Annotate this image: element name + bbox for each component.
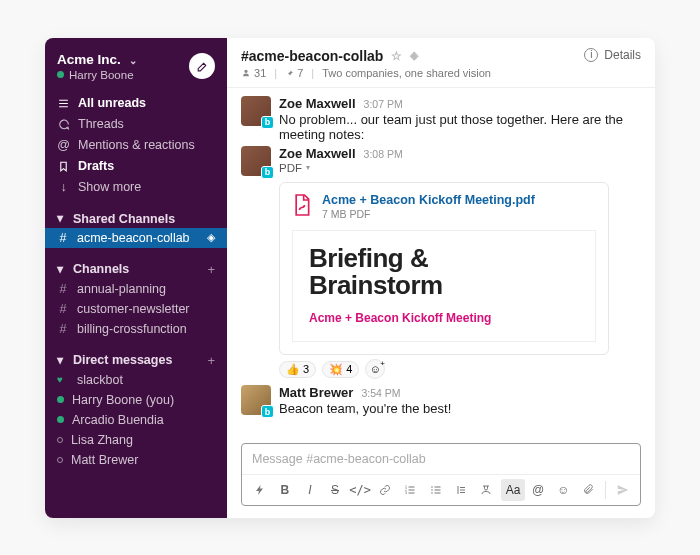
- message-list[interactable]: b Zoe Maxwell 3:07 PM No problem... our …: [227, 88, 655, 443]
- send-icon: [616, 483, 630, 497]
- composer-box: B I S </> 123 Aa @ ☺: [241, 443, 641, 506]
- italic-button[interactable]: I: [298, 479, 321, 501]
- emoji-button[interactable]: ☺: [552, 479, 575, 501]
- at-icon: @: [57, 138, 70, 152]
- arrow-down-icon: ↓: [57, 180, 70, 194]
- bold-icon: B: [280, 483, 289, 497]
- message-author[interactable]: Matt Brewer: [279, 385, 353, 400]
- add-dm-button[interactable]: +: [207, 353, 215, 368]
- sidebar-item-show-more[interactable]: ↓ Show more: [45, 177, 227, 198]
- channel-title[interactable]: #acme-beacon-collab: [241, 48, 383, 64]
- bullet-list-button[interactable]: [424, 479, 447, 501]
- lines-icon: [57, 97, 70, 110]
- send-button[interactable]: [611, 479, 634, 501]
- dm-name: slackbot: [77, 373, 123, 387]
- info-icon: i: [584, 48, 598, 62]
- sidebar-item-drafts[interactable]: Drafts: [45, 156, 227, 177]
- channel-billing-crossfunction[interactable]: #billing-crossfunction: [45, 319, 227, 339]
- blockquote-button[interactable]: [449, 479, 472, 501]
- main-pane: #acme-beacon-collab ☆ ◈ 31 | 7 | Two c: [227, 38, 655, 518]
- aa-icon: Aa: [506, 483, 521, 497]
- avatar[interactable]: b: [241, 146, 271, 176]
- channel-acme-beacon-collab[interactable]: # acme-beacon-collab ◈: [45, 228, 227, 248]
- section-direct-messages[interactable]: ▶Direct messages +: [45, 349, 227, 370]
- org-badge-icon: b: [261, 405, 274, 418]
- reaction-count: 4: [346, 363, 352, 375]
- sidebar-item-threads[interactable]: Threads: [45, 114, 227, 135]
- section-shared-channels[interactable]: ▶Shared Channels: [45, 208, 227, 228]
- heart-icon: ♥: [57, 374, 69, 385]
- strike-icon: S: [331, 483, 339, 497]
- channel-topic[interactable]: Two companies, one shared vision: [322, 67, 491, 79]
- message-author[interactable]: Zoe Maxwell: [279, 146, 356, 161]
- hash-icon: #: [57, 231, 69, 245]
- members-count[interactable]: 31: [241, 67, 266, 79]
- dm-harry-boone[interactable]: Harry Boone (you): [45, 390, 227, 410]
- code-block-button[interactable]: [474, 479, 497, 501]
- pin-icon: [285, 69, 294, 78]
- org-badge-icon: b: [261, 116, 274, 129]
- formatting-toggle[interactable]: Aa: [501, 479, 524, 501]
- reaction[interactable]: 💥4: [322, 361, 359, 378]
- mention-button[interactable]: @: [527, 479, 550, 501]
- workspace-name: Acme Inc. ⌄: [57, 52, 137, 67]
- message-time: 3:08 PM: [364, 148, 403, 160]
- channel-annual-planning[interactable]: #annual-planning: [45, 279, 227, 299]
- composer-toolbar: B I S </> 123 Aa @ ☺: [242, 474, 640, 505]
- code-block-icon: [480, 484, 492, 496]
- reaction[interactable]: 👍3: [279, 361, 316, 378]
- section-label: Channels: [73, 262, 129, 276]
- star-icon[interactable]: ☆: [391, 49, 402, 63]
- add-channel-button[interactable]: +: [207, 262, 215, 277]
- link-button[interactable]: [374, 479, 397, 501]
- presence-away-icon: [57, 457, 63, 463]
- section-channels[interactable]: ▶Channels +: [45, 258, 227, 279]
- workspace-header[interactable]: Acme Inc. ⌄ Harry Boone: [45, 48, 227, 89]
- avatar[interactable]: b: [241, 385, 271, 415]
- presence-active-icon: [57, 416, 64, 423]
- attach-button[interactable]: [577, 479, 600, 501]
- file-meta: 7 MB PDF: [322, 208, 535, 220]
- bold-button[interactable]: B: [273, 479, 296, 501]
- message-author[interactable]: Zoe Maxwell: [279, 96, 356, 111]
- chevron-down-icon: ⌄: [129, 55, 137, 66]
- sidebar-item-label: Threads: [78, 117, 124, 131]
- code-icon: </>: [349, 483, 371, 497]
- ordered-list-button[interactable]: 123: [399, 479, 422, 501]
- sidebar-item-label: Drafts: [78, 159, 114, 173]
- message-input[interactable]: [242, 444, 640, 474]
- org-badge-icon: b: [261, 166, 274, 179]
- thread-icon: [57, 118, 70, 131]
- add-reaction-icon: ☺+: [370, 363, 381, 375]
- at-icon: @: [532, 483, 544, 497]
- dm-matt-brewer[interactable]: Matt Brewer: [45, 450, 227, 470]
- dm-arcadio-buendia[interactable]: Arcadio Buendia: [45, 410, 227, 430]
- dm-slackbot[interactable]: ♥slackbot: [45, 370, 227, 390]
- emoji-icon: 👍: [286, 363, 300, 376]
- channel-customer-newsletter[interactable]: #customer-newsletter: [45, 299, 227, 319]
- file-type-line[interactable]: PDF ▾: [279, 162, 641, 174]
- dm-lisa-zhang[interactable]: Lisa Zhang: [45, 430, 227, 450]
- avatar[interactable]: b: [241, 96, 271, 126]
- compose-button[interactable]: [189, 53, 215, 79]
- svg-point-5: [431, 492, 433, 494]
- lightning-button[interactable]: [248, 479, 271, 501]
- shared-channel-icon: ◈: [207, 231, 215, 244]
- reaction-count: 3: [303, 363, 309, 375]
- details-button[interactable]: i Details: [584, 48, 641, 62]
- file-title: Acme + Beacon Kickoff Meeting.pdf: [322, 193, 535, 207]
- hash-icon: #: [57, 282, 69, 296]
- sidebar-item-mentions[interactable]: @ Mentions & reactions: [45, 135, 227, 156]
- presence-active-icon: [57, 71, 64, 78]
- message-text: No problem... our team just put those to…: [279, 112, 641, 142]
- reactions-row: 👍3 💥4 ☺+: [279, 359, 641, 379]
- file-attachment[interactable]: Acme + Beacon Kickoff Meeting.pdf 7 MB P…: [279, 182, 609, 356]
- workspace-name-text: Acme Inc.: [57, 52, 121, 67]
- pinned-count[interactable]: 7: [285, 67, 303, 79]
- add-reaction-button[interactable]: ☺+: [365, 359, 385, 379]
- preview-subtitle: Acme + Beacon Kickoff Meeting: [309, 311, 579, 325]
- message: b Zoe Maxwell 3:07 PM No problem... our …: [241, 96, 641, 142]
- strike-button[interactable]: S: [323, 479, 346, 501]
- code-button[interactable]: </>: [349, 479, 372, 501]
- sidebar-item-all-unreads[interactable]: All unreads: [45, 93, 227, 114]
